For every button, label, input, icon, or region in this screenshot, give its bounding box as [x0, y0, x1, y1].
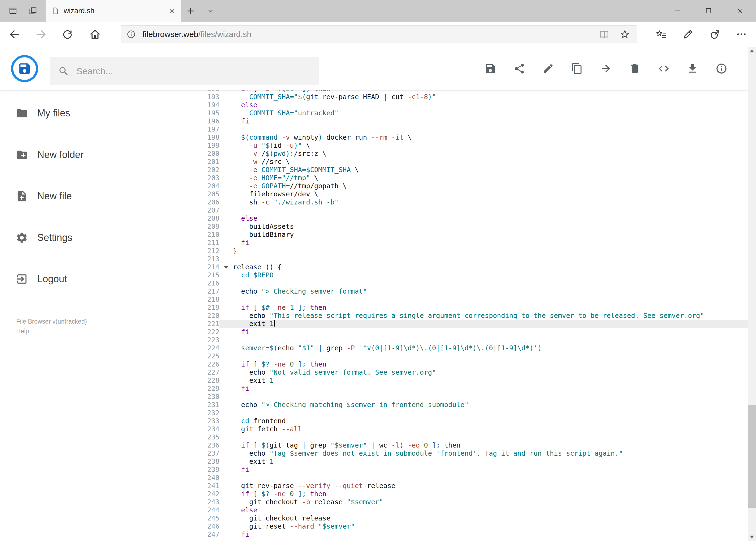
new-tab-button[interactable]: + [184, 0, 197, 22]
code-line[interactable]: 226 if [ $? -ne 0 ]; then [174, 360, 756, 368]
scrollbar-thumb[interactable] [748, 405, 756, 508]
code-line[interactable]: 244 else [174, 506, 756, 514]
info-icon[interactable] [715, 62, 728, 75]
code-line[interactable]: 218 [174, 295, 756, 303]
code-line[interactable]: 192 if [ -d ".git" ]; then [174, 90, 756, 93]
window-maximize-button[interactable] [696, 0, 721, 22]
code-line[interactable]: 202 -e COMMIT_SHA=$COMMIT_SHA \ [174, 166, 756, 174]
code-line[interactable]: 228 exit 1 [174, 376, 756, 385]
search-box[interactable] [50, 57, 319, 85]
code-line[interactable]: 230 [174, 393, 756, 401]
web-note-pen-icon[interactable] [678, 22, 697, 47]
save-icon[interactable] [484, 62, 497, 75]
ellipsis-icon[interactable] [732, 22, 751, 47]
code-line[interactable]: 229 fi [174, 385, 756, 393]
tab-list-chevron-icon[interactable] [204, 0, 217, 22]
code-line[interactable]: 245 git checkout release [174, 514, 756, 522]
scroll-down-icon[interactable] [748, 533, 756, 541]
page-scrollbar[interactable] [748, 47, 756, 541]
code-line[interactable]: 233 cd frontend [174, 417, 756, 425]
code-line[interactable]: 216 [174, 279, 756, 287]
code-line[interactable]: 243 git checkout -b release "$semver" [174, 498, 756, 506]
code-line[interactable]: 196 fi [174, 117, 756, 125]
code-line[interactable]: 215 cd $REPO [174, 271, 756, 279]
code-line[interactable]: 194 else [174, 101, 756, 109]
code-line[interactable]: 240 [174, 474, 756, 482]
code-line[interactable]: 246 git reset --hard "$semver" [174, 522, 756, 530]
address-bar[interactable]: filebrowser.web/files/wizard.sh [121, 25, 637, 43]
code-line[interactable]: 235 [174, 433, 756, 441]
code-line[interactable]: 220 echo "This release script requires a… [174, 312, 756, 320]
code-line[interactable]: 199 -u "$(id -u)" \ [174, 142, 756, 150]
refresh-icon[interactable] [58, 22, 77, 47]
edit-icon[interactable] [542, 62, 555, 75]
move-icon[interactable] [600, 62, 613, 75]
code-line[interactable]: 247 fi [174, 530, 756, 539]
code-line[interactable]: 205 filebrowser/dev \ [174, 190, 756, 198]
tab-preview-icon[interactable] [7, 0, 19, 22]
code-line[interactable]: 239 fi [174, 466, 756, 474]
code-line[interactable]: 213 [174, 255, 756, 263]
share-icon[interactable] [705, 22, 724, 47]
code-line[interactable]: 224 semver=$(echo "$1" | grep -P '^v(0|[… [174, 344, 756, 352]
home-icon[interactable] [86, 22, 105, 47]
tab-close-icon[interactable]: × [169, 0, 175, 22]
sidebar-item-my-files[interactable]: My files [0, 92, 174, 134]
code-editor[interactable]: 192 if [ -d ".git" ]; then193 COMMIT_SHA… [174, 90, 756, 541]
code-line[interactable]: 236 if [ $(git tag | grep "$semver" | wc… [174, 441, 756, 449]
download-icon[interactable] [686, 62, 699, 75]
sidebar-item-logout[interactable]: Logout [0, 258, 174, 299]
window-close-button[interactable] [728, 0, 752, 22]
code-line[interactable]: 241 git rev-parse --verify --quiet relea… [174, 482, 756, 490]
code-line[interactable]: 219 if [ $# -ne 1 ]; then [174, 303, 756, 312]
code-line[interactable]: 217 echo "> Checking semver format" [174, 287, 756, 295]
sidebar-item-settings[interactable]: Settings [0, 217, 174, 258]
url-text[interactable]: filebrowser.web/files/wizard.sh [142, 30, 599, 39]
code-line[interactable]: 221 exit 1 [174, 320, 756, 328]
code-icon[interactable] [657, 62, 670, 75]
code-line[interactable]: 237 echo "Tag $semver does not exist in … [174, 449, 756, 457]
window-minimize-button[interactable] [665, 0, 690, 22]
code-line[interactable]: 238 exit 1 [174, 457, 756, 466]
code-line[interactable]: 209 buildAssets [174, 223, 756, 231]
code-line[interactable]: 195 COMMIT_SHA="untracked" [174, 109, 756, 117]
code-line[interactable]: 225 [174, 352, 756, 360]
code-line[interactable]: 197 [174, 125, 756, 134]
code-line[interactable]: 223 [174, 336, 756, 344]
hub-icon[interactable] [652, 22, 671, 47]
help-link[interactable]: Help [16, 326, 87, 336]
code-line[interactable]: 231 echo "> Checking matching $semver in… [174, 401, 756, 409]
code-line[interactable]: 211 fi [174, 239, 756, 247]
code-line[interactable]: 207 [174, 206, 756, 215]
filebrowser-logo[interactable] [11, 55, 38, 82]
code-line[interactable]: 200 -v /$(pwd):/src:z \ [174, 150, 756, 158]
code-line[interactable]: 210 buildBinary [174, 231, 756, 239]
code-line[interactable]: 203 -e HOME="//tmp" \ [174, 174, 756, 182]
page-info-icon[interactable] [126, 29, 136, 39]
sidebar-item-new-folder[interactable]: New folder [0, 134, 174, 175]
search-input[interactable] [76, 66, 318, 76]
favorite-star-icon[interactable] [620, 29, 630, 40]
scroll-up-icon[interactable] [748, 47, 756, 55]
code-line[interactable]: 227 echo "Not valid semver format. See s… [174, 368, 756, 376]
share-icon[interactable] [513, 62, 526, 75]
code-line[interactable]: 222 fi [174, 328, 756, 336]
fold-arrow-icon[interactable] [219, 263, 233, 271]
code-line[interactable]: 198 $(command -v winpty) docker run --rm… [174, 134, 756, 142]
code-line[interactable]: 201 -w //src \ [174, 158, 756, 166]
back-icon[interactable] [5, 22, 24, 47]
set-tabs-aside-icon[interactable] [27, 0, 39, 22]
copy-icon[interactable] [571, 62, 584, 75]
code-line[interactable]: 206 sh -c "./wizard.sh -b" [174, 198, 756, 206]
code-line[interactable]: 242 if [ $? -ne 0 ]; then [174, 490, 756, 498]
code-line[interactable]: 204 -e GOPATH=//tmp/gopath \ [174, 182, 756, 190]
code-line[interactable]: 214release () { [174, 263, 756, 271]
code-line[interactable]: 208 else [174, 215, 756, 223]
code-line[interactable]: 212} [174, 247, 756, 255]
browser-tab-wizard[interactable]: wizard.sh × [46, 0, 181, 22]
forward-icon[interactable] [32, 22, 51, 47]
code-line[interactable]: 234 git fetch --all [174, 425, 756, 433]
code-line[interactable]: 193 COMMIT_SHA="$(git rev-parse HEAD | c… [174, 93, 756, 101]
delete-icon[interactable] [629, 62, 641, 75]
code-line[interactable]: 232 [174, 409, 756, 417]
